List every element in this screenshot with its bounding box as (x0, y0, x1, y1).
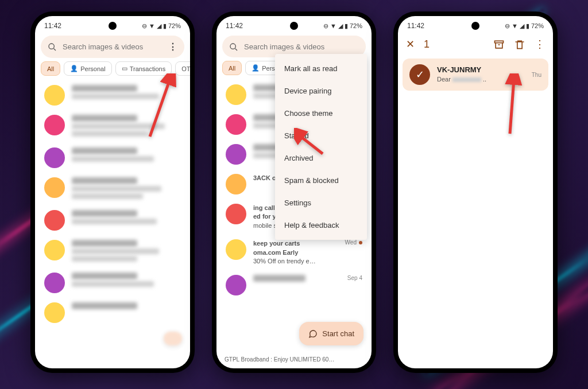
close-icon[interactable]: ✕ (406, 38, 415, 50)
avatar (44, 115, 65, 135)
battery-pct: 72% (168, 22, 181, 29)
wifi-icon: ▼ (149, 22, 155, 29)
checkmark-icon: ✓ (409, 64, 430, 85)
chip-otp[interactable]: OTP (175, 61, 190, 76)
overflow-menu: Mark all as read Device pairing Choose t… (275, 54, 367, 240)
search-bar[interactable]: ⋮ (41, 36, 184, 58)
list-item[interactable] (38, 235, 187, 268)
footer-preview: GTPL Broadband : Enjoy UNLIMITED 60… (225, 356, 334, 363)
search-input[interactable] (63, 42, 163, 51)
status-time: 11:42 (226, 22, 243, 30)
dnd-icon: ⊖ (142, 22, 147, 30)
camera-notch (471, 22, 479, 30)
avatar (226, 174, 246, 194)
person-icon: 👤 (70, 65, 78, 72)
sender-name: VK-JUNRMY (437, 65, 525, 74)
chip-all[interactable]: All (41, 61, 60, 76)
chip-all[interactable]: All (222, 61, 242, 75)
avatar (226, 144, 246, 165)
avatar (226, 84, 246, 105)
signal-icon: ◢ (520, 22, 524, 30)
avatar (44, 85, 65, 106)
signal-icon: ◢ (157, 22, 161, 30)
phone-selection: 11:42 ⊖ ▼ ◢ ▮ 72% ✕ 1 ⋮ ✓ VK-JUNRMY Dear… (393, 11, 558, 373)
camera-notch (109, 22, 117, 30)
selection-count: 1 (424, 38, 484, 50)
avatar (44, 273, 65, 293)
start-chat-fab[interactable] (164, 332, 182, 345)
avatar (226, 204, 246, 224)
search-icon (229, 41, 238, 52)
start-chat-fab[interactable]: Start chat (299, 322, 363, 345)
list-item[interactable] (38, 268, 187, 298)
signal-icon: ◢ (338, 22, 343, 30)
dnd-icon: ⊖ (323, 22, 328, 30)
list-item[interactable]: Sep 4 (220, 270, 368, 300)
more-icon[interactable]: ⋮ (535, 38, 545, 50)
list-item[interactable]: keep your cartsoma.com Early30% Off on t… (220, 235, 368, 270)
menu-theme[interactable]: Choose theme (275, 102, 367, 125)
list-item[interactable] (38, 173, 187, 205)
svg-rect-2 (495, 41, 504, 42)
archive-icon[interactable] (493, 38, 505, 50)
phone-menu: 11:42 ⊖ ▼ ◢ ▮ 72% All 👤Personal 3ACK on … (212, 11, 376, 373)
avatar (226, 114, 246, 135)
message-date: Thu (532, 72, 541, 78)
card-icon: ▭ (122, 65, 127, 72)
avatar (226, 239, 246, 260)
menu-settings[interactable]: Settings (275, 192, 367, 214)
delete-icon[interactable] (514, 38, 525, 50)
search-icon (48, 42, 57, 52)
avatar (44, 177, 65, 198)
battery-pct: 72% (531, 22, 544, 29)
menu-pairing[interactable]: Device pairing (275, 80, 367, 102)
avatar (44, 240, 65, 260)
person-icon: 👤 (252, 64, 260, 72)
wifi-icon: ▼ (330, 22, 336, 29)
chip-personal[interactable]: 👤Personal (64, 61, 111, 76)
avatar (44, 210, 65, 231)
svg-point-0 (49, 44, 54, 49)
phone-main: 11:42 ⊖ ▼ ◢ ▮ 72% ⋮ All 👤Personal ▭Trans… (30, 11, 195, 373)
status-time: 11:42 (44, 22, 61, 30)
dnd-icon: ⊖ (505, 22, 510, 30)
battery-pct: 72% (350, 22, 362, 29)
menu-starred[interactable]: Starred (275, 125, 367, 147)
status-time: 11:42 (407, 22, 424, 30)
avatar (226, 275, 246, 295)
camera-notch (290, 22, 298, 30)
battery-icon: ▮ (526, 22, 529, 30)
menu-archived[interactable]: Archived (275, 147, 367, 169)
filter-chips: All 👤Personal ▭Transactions OTP (35, 61, 190, 80)
list-item[interactable] (38, 143, 187, 173)
message-list (35, 80, 190, 328)
avatar (44, 147, 65, 168)
avatar (44, 302, 65, 323)
wifi-icon: ▼ (512, 22, 518, 29)
selection-toolbar: ✕ 1 ⋮ (398, 32, 553, 56)
menu-spam[interactable]: Spam & blocked (275, 169, 367, 192)
svg-point-1 (230, 44, 235, 49)
list-item[interactable] (38, 205, 187, 235)
list-item[interactable] (38, 110, 187, 143)
battery-icon: ▮ (345, 22, 348, 30)
selected-message[interactable]: ✓ VK-JUNRMY Dear .. Thu (403, 59, 548, 91)
search-input[interactable] (244, 42, 359, 51)
more-icon[interactable]: ⋮ (168, 41, 177, 52)
chip-transactions[interactable]: ▭Transactions (115, 61, 172, 76)
battery-icon: ▮ (163, 22, 167, 30)
list-item[interactable] (38, 298, 187, 328)
menu-help[interactable]: Help & feedback (275, 214, 367, 236)
chat-icon (308, 329, 318, 339)
list-item[interactable] (38, 80, 187, 110)
menu-mark-read[interactable]: Mark all as read (275, 57, 367, 80)
